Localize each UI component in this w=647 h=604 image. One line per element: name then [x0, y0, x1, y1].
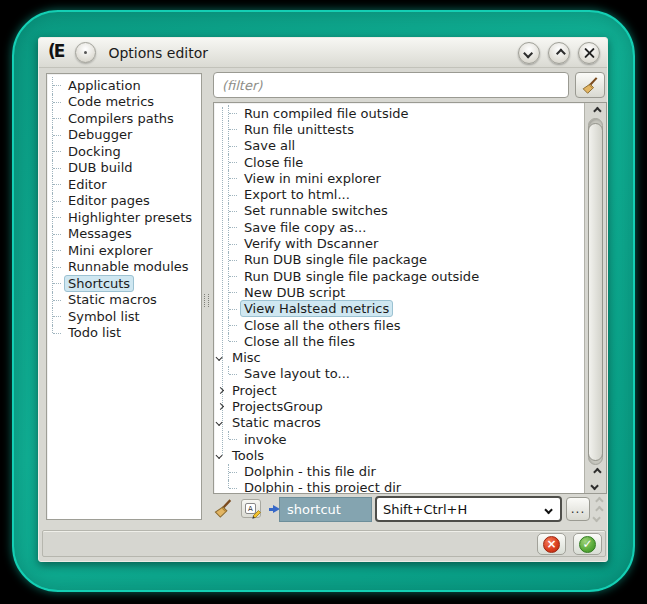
tree-item-save-layout-to[interactable]: Save layout to...	[214, 366, 585, 382]
tree-item-label: Dolphin - this file dir	[240, 463, 380, 480]
accept-button[interactable]: ✓	[573, 533, 602, 555]
tree-scrollbar[interactable]	[584, 103, 606, 493]
tree-item-save-file-copy-as[interactable]: Save file copy as...	[214, 219, 585, 235]
sidebar-item-editor[interactable]: Editor	[52, 176, 201, 193]
chevron-down-icon[interactable]	[216, 419, 223, 426]
scroll-up-button[interactable]	[585, 103, 606, 118]
chevron-up-icon	[593, 467, 601, 475]
status-bar: × ✓	[42, 530, 606, 557]
more-button[interactable]: ...	[566, 497, 590, 521]
tree-item-label: Close all the files	[240, 333, 359, 350]
scrollbar-thumb[interactable]	[588, 123, 603, 461]
splitter-grip[interactable]	[204, 294, 209, 307]
tree-item-new-dub-script[interactable]: New DUB script	[214, 284, 585, 300]
shortcuts-tree[interactable]: Run compiled file outsideRun file unitte…	[214, 105, 585, 494]
tree-item-save-all[interactable]: Save all	[214, 138, 585, 154]
shortcut-value-combobox[interactable]: Shift+Ctrl+H	[375, 496, 562, 522]
tree-line	[52, 193, 64, 210]
tree-line	[228, 235, 240, 251]
chevron-up-icon	[595, 497, 603, 505]
tree-line	[228, 170, 240, 186]
sidebar-item-dub-build[interactable]: DUB build	[52, 160, 201, 177]
edit-shortcut-button[interactable]: A	[241, 499, 261, 518]
sidebar-item-label: Runnable modules	[64, 258, 193, 275]
tree-item-dolphin-this-project-dir[interactable]: Dolphin - this project dir	[214, 480, 585, 494]
tree-item-label: Project	[228, 382, 280, 399]
shortcut-editor-row: A shortcut Shift+Ctrl+H ...	[209, 496, 609, 523]
tree-item-export-to-html[interactable]: Export to html...	[214, 186, 585, 202]
tree-line	[228, 431, 240, 447]
minimize-button[interactable]	[518, 42, 540, 64]
pencil-icon	[250, 507, 262, 519]
clean-button[interactable]	[213, 498, 234, 523]
sidebar-item-symbol-list[interactable]: Symbol list	[52, 308, 201, 325]
tree-item-label: Verify with Dscanner	[240, 235, 382, 252]
window-menu-button[interactable]	[75, 42, 96, 63]
tree-line	[52, 209, 64, 226]
tree-item-dolphin-this-file-dir[interactable]: Dolphin - this file dir	[214, 464, 585, 480]
shortcuts-tree-panel: Run compiled file outsideRun file unitte…	[213, 102, 607, 494]
sidebar-item-highlighter-presets[interactable]: Highlighter presets	[52, 209, 201, 226]
tree-item-close-all-the-files[interactable]: Close all the files	[214, 333, 585, 349]
tree-line	[52, 94, 64, 111]
tree-line	[52, 176, 64, 193]
chevron-right-icon[interactable]	[217, 387, 224, 394]
sidebar-item-code-metrics[interactable]: Code metrics	[52, 94, 201, 111]
sidebar-item-compilers-paths[interactable]: Compilers paths	[52, 110, 201, 127]
tree-item-invoke[interactable]: invoke	[214, 431, 585, 447]
chevron-down-icon[interactable]	[216, 452, 223, 459]
scroll-up-button-bottom[interactable]	[585, 464, 606, 479]
scroll-down-button[interactable]	[585, 478, 606, 493]
tree-category-project[interactable]: Project	[214, 382, 585, 398]
sidebar-item-docking[interactable]: Docking	[52, 143, 201, 160]
chevron-down-icon[interactable]	[216, 354, 223, 361]
sidebar-item-runnable-modules[interactable]: Runnable modules	[52, 259, 201, 276]
cancel-button[interactable]: ×	[537, 533, 566, 555]
tree-item-verify-with-dscanner[interactable]: Verify with Dscanner	[214, 235, 585, 251]
sidebar-item-label: Messages	[64, 225, 136, 242]
sidebar-item-label: Static macros	[64, 291, 161, 308]
sidebar-item-todo-list[interactable]: Todo list	[52, 325, 201, 342]
broom-icon	[581, 76, 600, 95]
sidebar-item-static-macros[interactable]: Static macros	[52, 292, 201, 309]
titlebar[interactable]: (E Options editor	[39, 38, 607, 68]
tree-item-label: Save all	[240, 137, 299, 154]
close-button[interactable]	[578, 42, 600, 64]
sidebar-item-editor-pages[interactable]: Editor pages	[52, 193, 201, 210]
window-frame: (E Options editor ApplicationCode metric…	[12, 10, 635, 592]
tree-category-tools[interactable]: Tools	[214, 447, 585, 463]
tree-item-view-halstead-metrics[interactable]: View Halstead metrics	[214, 301, 585, 317]
sidebar-item-application[interactable]: Application	[52, 77, 201, 94]
chevron-down-icon	[590, 481, 598, 489]
sidebar-item-messages[interactable]: Messages	[52, 226, 201, 243]
sidebar-item-debugger[interactable]: Debugger	[52, 127, 201, 144]
tree-item-view-in-mini-explorer[interactable]: View in mini explorer	[214, 170, 585, 186]
tree-item-run-dub-single-file-package-outside[interactable]: Run DUB single file package outside	[214, 268, 585, 284]
tree-category-misc[interactable]: Misc	[214, 349, 585, 365]
tree-item-close-file[interactable]: Close file	[214, 154, 585, 170]
tree-line	[52, 325, 64, 342]
sidebar-item-label: Application	[64, 77, 145, 94]
chevron-right-icon[interactable]	[217, 403, 224, 410]
tree-item-run-dub-single-file-package[interactable]: Run DUB single file package	[214, 252, 585, 268]
tree-item-label: Close file	[240, 154, 307, 171]
sidebar-item-shortcuts[interactable]: Shortcuts	[52, 275, 201, 292]
sidebar-item-mini-explorer[interactable]: Mini explorer	[52, 242, 201, 259]
tree-item-label: Run compiled file outside	[240, 105, 413, 122]
tree-line	[228, 284, 240, 300]
chevron-up-icon	[593, 106, 601, 114]
tree-item-run-compiled-file-outside[interactable]: Run compiled file outside	[214, 105, 585, 121]
tree-category-static-macros[interactable]: Static macros	[214, 415, 585, 431]
property-name-cell[interactable]: shortcut	[279, 497, 372, 522]
tree-item-close-all-the-others-files[interactable]: Close all the others files	[214, 317, 585, 333]
tree-item-label: Save layout to...	[240, 365, 354, 382]
tree-item-run-file-unittests[interactable]: Run file unittests	[214, 121, 585, 137]
tree-item-set-runnable-switches[interactable]: Set runnable switches	[214, 203, 585, 219]
cancel-x-icon: ×	[543, 536, 560, 553]
filter-input[interactable]	[213, 72, 569, 98]
maximize-button[interactable]	[548, 42, 570, 64]
tree-line	[52, 226, 64, 243]
tree-category-projectsgroup[interactable]: ProjectsGroup	[214, 398, 585, 414]
clear-filter-button[interactable]	[575, 72, 605, 98]
sidebar-tree[interactable]: ApplicationCode metricsCompilers pathsDe…	[46, 73, 202, 520]
